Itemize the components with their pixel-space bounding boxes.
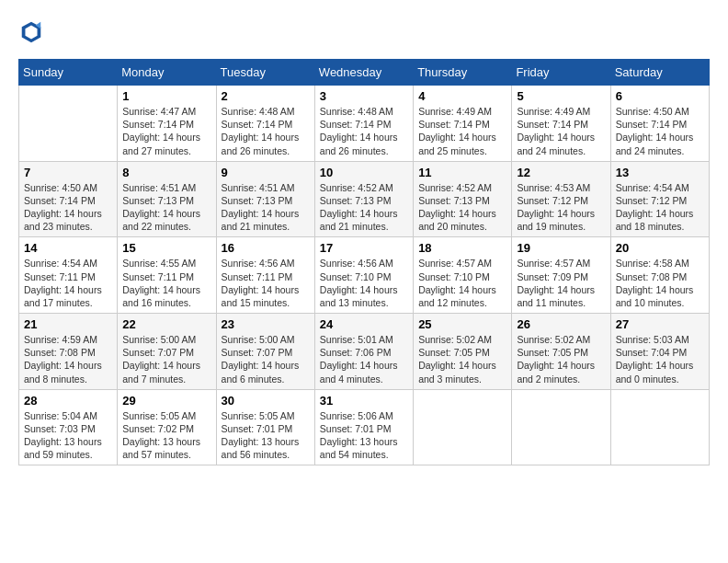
calendar-cell: 13Sunrise: 4:54 AM Sunset: 7:12 PM Dayli… <box>610 161 709 237</box>
day-info: Sunrise: 4:49 AM Sunset: 7:14 PM Dayligh… <box>517 105 605 157</box>
calendar-cell <box>512 389 610 465</box>
day-number: 11 <box>418 166 506 179</box>
day-info: Sunrise: 4:50 AM Sunset: 7:14 PM Dayligh… <box>24 181 112 234</box>
day-info: Sunrise: 5:02 AM Sunset: 7:05 PM Dayligh… <box>517 333 605 385</box>
calendar-cell: 23Sunrise: 5:00 AM Sunset: 7:07 PM Dayli… <box>216 314 314 390</box>
day-number: 20 <box>616 241 704 255</box>
calendar-cell: 15Sunrise: 4:55 AM Sunset: 7:11 PM Dayli… <box>118 237 216 314</box>
day-info: Sunrise: 5:04 AM Sunset: 7:03 PM Dayligh… <box>24 409 112 462</box>
calendar-cell: 25Sunrise: 5:02 AM Sunset: 7:05 PM Dayli… <box>414 314 512 390</box>
col-header-monday: Monday <box>118 60 216 86</box>
day-number: 25 <box>418 317 506 331</box>
calendar-cell: 14Sunrise: 4:54 AM Sunset: 7:11 PM Dayli… <box>19 237 118 314</box>
day-number: 3 <box>320 89 408 103</box>
day-number: 14 <box>24 241 112 255</box>
calendar-cell: 10Sunrise: 4:52 AM Sunset: 7:13 PM Dayli… <box>314 161 413 237</box>
day-info: Sunrise: 5:06 AM Sunset: 7:01 PM Dayligh… <box>320 409 408 462</box>
calendar-cell: 30Sunrise: 5:05 AM Sunset: 7:01 PM Dayli… <box>216 389 314 465</box>
col-header-sunday: Sunday <box>19 60 118 86</box>
calendar-cell: 27Sunrise: 5:03 AM Sunset: 7:04 PM Dayli… <box>610 314 709 390</box>
day-number: 9 <box>222 166 310 179</box>
calendar-cell: 21Sunrise: 4:59 AM Sunset: 7:08 PM Dayli… <box>19 314 118 390</box>
calendar-cell <box>610 389 709 465</box>
calendar-cell: 8Sunrise: 4:51 AM Sunset: 7:13 PM Daylig… <box>118 161 216 237</box>
day-info: Sunrise: 5:03 AM Sunset: 7:04 PM Dayligh… <box>616 333 704 385</box>
day-info: Sunrise: 5:00 AM Sunset: 7:07 PM Dayligh… <box>122 333 210 385</box>
calendar-cell: 9Sunrise: 4:51 AM Sunset: 7:13 PM Daylig… <box>216 161 314 237</box>
day-number: 7 <box>24 166 112 179</box>
day-number: 8 <box>122 166 210 179</box>
day-number: 1 <box>122 89 210 103</box>
day-info: Sunrise: 5:02 AM Sunset: 7:05 PM Dayligh… <box>418 333 506 385</box>
day-info: Sunrise: 4:49 AM Sunset: 7:14 PM Dayligh… <box>418 105 506 157</box>
day-number: 19 <box>517 241 605 255</box>
calendar-cell: 19Sunrise: 4:57 AM Sunset: 7:09 PM Dayli… <box>512 237 610 314</box>
day-info: Sunrise: 4:57 AM Sunset: 7:09 PM Dayligh… <box>517 257 605 309</box>
calendar-cell: 4Sunrise: 4:49 AM Sunset: 7:14 PM Daylig… <box>414 86 512 162</box>
day-number: 2 <box>222 89 310 103</box>
calendar-cell: 20Sunrise: 4:58 AM Sunset: 7:08 PM Dayli… <box>610 237 709 314</box>
day-number: 17 <box>320 241 408 255</box>
calendar-cell: 28Sunrise: 5:04 AM Sunset: 7:03 PM Dayli… <box>19 389 118 465</box>
day-number: 6 <box>616 89 704 103</box>
calendar-cell <box>19 86 118 162</box>
calendar-cell: 16Sunrise: 4:56 AM Sunset: 7:11 PM Dayli… <box>216 237 314 314</box>
calendar-cell: 26Sunrise: 5:02 AM Sunset: 7:05 PM Dayli… <box>512 314 610 390</box>
calendar-week-row: 28Sunrise: 5:04 AM Sunset: 7:03 PM Dayli… <box>19 389 710 465</box>
day-info: Sunrise: 5:00 AM Sunset: 7:07 PM Dayligh… <box>222 333 310 385</box>
day-number: 12 <box>517 166 605 179</box>
calendar-cell: 3Sunrise: 4:48 AM Sunset: 7:14 PM Daylig… <box>314 86 413 162</box>
calendar-week-row: 1Sunrise: 4:47 AM Sunset: 7:14 PM Daylig… <box>19 86 710 162</box>
calendar-week-row: 14Sunrise: 4:54 AM Sunset: 7:11 PM Dayli… <box>19 237 710 314</box>
logo-icon <box>18 18 44 44</box>
col-header-friday: Friday <box>512 60 610 86</box>
calendar-cell: 5Sunrise: 4:49 AM Sunset: 7:14 PM Daylig… <box>512 86 610 162</box>
calendar-cell: 2Sunrise: 4:48 AM Sunset: 7:14 PM Daylig… <box>216 86 314 162</box>
day-info: Sunrise: 4:52 AM Sunset: 7:13 PM Dayligh… <box>418 181 506 234</box>
day-number: 21 <box>24 317 112 331</box>
day-info: Sunrise: 4:48 AM Sunset: 7:14 PM Dayligh… <box>320 105 408 157</box>
calendar-cell <box>414 389 512 465</box>
day-info: Sunrise: 4:53 AM Sunset: 7:12 PM Dayligh… <box>517 181 605 234</box>
day-info: Sunrise: 4:56 AM Sunset: 7:10 PM Dayligh… <box>320 257 408 309</box>
day-number: 27 <box>616 317 704 331</box>
day-number: 16 <box>222 241 310 255</box>
col-header-saturday: Saturday <box>610 60 709 86</box>
day-info: Sunrise: 4:59 AM Sunset: 7:08 PM Dayligh… <box>24 333 112 385</box>
calendar-cell: 24Sunrise: 5:01 AM Sunset: 7:06 PM Dayli… <box>314 314 413 390</box>
day-number: 4 <box>418 89 506 103</box>
day-info: Sunrise: 4:48 AM Sunset: 7:14 PM Dayligh… <box>222 105 310 157</box>
col-header-tuesday: Tuesday <box>216 60 314 86</box>
calendar-cell: 11Sunrise: 4:52 AM Sunset: 7:13 PM Dayli… <box>414 161 512 237</box>
day-number: 24 <box>320 317 408 331</box>
day-info: Sunrise: 4:57 AM Sunset: 7:10 PM Dayligh… <box>418 257 506 309</box>
day-number: 26 <box>517 317 605 331</box>
logo <box>18 18 48 44</box>
day-info: Sunrise: 4:50 AM Sunset: 7:14 PM Dayligh… <box>616 105 704 157</box>
calendar-cell: 31Sunrise: 5:06 AM Sunset: 7:01 PM Dayli… <box>314 389 413 465</box>
day-info: Sunrise: 5:01 AM Sunset: 7:06 PM Dayligh… <box>320 333 408 385</box>
day-number: 29 <box>122 394 210 408</box>
calendar-week-row: 21Sunrise: 4:59 AM Sunset: 7:08 PM Dayli… <box>19 314 710 390</box>
day-info: Sunrise: 4:52 AM Sunset: 7:13 PM Dayligh… <box>320 181 408 234</box>
day-info: Sunrise: 4:58 AM Sunset: 7:08 PM Dayligh… <box>616 257 704 309</box>
day-info: Sunrise: 4:47 AM Sunset: 7:14 PM Dayligh… <box>122 105 210 157</box>
day-number: 13 <box>616 166 704 179</box>
day-number: 15 <box>122 241 210 255</box>
calendar-cell: 7Sunrise: 4:50 AM Sunset: 7:14 PM Daylig… <box>19 161 118 237</box>
day-number: 23 <box>222 317 310 331</box>
calendar-cell: 17Sunrise: 4:56 AM Sunset: 7:10 PM Dayli… <box>314 237 413 314</box>
day-number: 31 <box>320 394 408 408</box>
day-info: Sunrise: 5:05 AM Sunset: 7:02 PM Dayligh… <box>122 409 210 462</box>
calendar-cell: 1Sunrise: 4:47 AM Sunset: 7:14 PM Daylig… <box>118 86 216 162</box>
day-number: 5 <box>517 89 605 103</box>
col-header-thursday: Thursday <box>414 60 512 86</box>
col-header-wednesday: Wednesday <box>314 60 413 86</box>
day-number: 18 <box>418 241 506 255</box>
day-info: Sunrise: 4:54 AM Sunset: 7:12 PM Dayligh… <box>616 181 704 234</box>
calendar-cell: 22Sunrise: 5:00 AM Sunset: 7:07 PM Dayli… <box>118 314 216 390</box>
calendar-cell: 29Sunrise: 5:05 AM Sunset: 7:02 PM Dayli… <box>118 389 216 465</box>
calendar-cell: 18Sunrise: 4:57 AM Sunset: 7:10 PM Dayli… <box>414 237 512 314</box>
calendar-header-row: SundayMondayTuesdayWednesdayThursdayFrid… <box>19 60 710 86</box>
calendar-cell: 12Sunrise: 4:53 AM Sunset: 7:12 PM Dayli… <box>512 161 610 237</box>
